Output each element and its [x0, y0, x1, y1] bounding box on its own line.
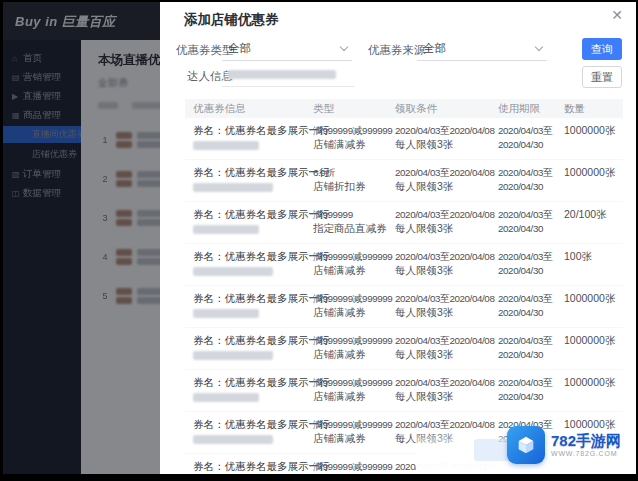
use-period-cell: 2020/04/03至 2020/04/30 [490, 124, 556, 153]
close-icon[interactable]: ✕ [611, 7, 623, 23]
coupon-kind: 店铺满减券 [313, 138, 387, 152]
period-start: 2020/04/03至 [498, 166, 556, 180]
claim-date-range: 2020/04/03至2020/04/08 [395, 166, 490, 180]
chevron-down-icon [341, 44, 348, 51]
redacted-coupon-id [193, 351, 273, 360]
claim-condition-cell: 2020/04/03至2020/04/08 每人限领3张 [387, 208, 490, 237]
claim-date-range: 2020/04/03至2020/04/08 [395, 250, 490, 264]
coupon-name: 券名：优惠券名最多展示一行 [193, 376, 305, 390]
coupon-discount: 满999999 [313, 208, 387, 222]
coupon-source-select[interactable]: 全部 [417, 37, 547, 61]
quantity-cell: 100张 [556, 250, 623, 279]
coupon-info-cell: 券名：优惠券名最多展示一行 [185, 124, 305, 153]
column-header: 领取条件 [387, 102, 490, 116]
coupon-row[interactable]: 券名：优惠券名最多展示一行 满999999减999999 店铺满减券 2020/… [185, 328, 623, 370]
coupon-name: 券名：优惠券名最多展示一行 [193, 460, 305, 474]
coupon-kind: 店铺满减券 [313, 264, 387, 278]
period-start: 2020/04/03至 [498, 124, 556, 138]
coupon-info-cell: 券名：优惠券名最多展示一行 [185, 334, 305, 363]
redacted-coupon-id [193, 183, 273, 192]
coupon-row[interactable]: 券名：优惠券名最多展示一行 满999999减999999 店铺满减券 2020/… [185, 244, 623, 286]
coupon-row[interactable]: 券名：优惠券名最多展示一行 满999999减999999 店铺满减券 2020/… [185, 118, 623, 160]
add-coupon-drawer: 添加店铺优惠券 ✕ 优惠券类型 全部 优惠券来源 全部 查询 达人信息 重置 优… [160, 2, 636, 474]
coupon-kind: 店铺满减券 [313, 432, 387, 446]
claim-date-range: 2020/04/03至2020/04/08 [395, 334, 490, 348]
coupon-type-cell: 满999999减999999 店铺满减券 [305, 418, 387, 447]
claim-limit: 每人限领3张 [395, 348, 490, 362]
coupon-discount: 满999999减999999 [313, 250, 387, 264]
watermark: 782手游网 WWW.782G.COM [507, 426, 621, 464]
redacted-coupon-id [193, 309, 259, 318]
claim-date-range: 2020/04/03至2020/04/08 [395, 124, 490, 138]
chevron-down-icon [536, 44, 543, 51]
coupon-row[interactable]: 券名：优惠券名最多展示一行 满999999减999999 店铺满减券 2020/… [185, 370, 623, 412]
coupon-name: 券名：优惠券名最多展示一行 [193, 418, 305, 432]
quantity-cell: 1000000张 [556, 334, 623, 363]
watermark-text: 782手游网 WWW.782G.COM [551, 433, 621, 457]
redacted-coupon-id [193, 141, 259, 150]
use-period-cell: 2020/04/03至 2020/04/30 [490, 250, 556, 279]
coupon-kind: 店铺满减券 [313, 474, 387, 475]
period-start: 2020/04/03至 [498, 250, 556, 264]
talent-info-input[interactable] [222, 63, 354, 87]
coupon-info-cell: 券名：优惠券名最多展示一行 [185, 166, 305, 195]
coupon-info-cell: 券名：优惠券名最多展示一行 [185, 292, 305, 321]
claim-limit: 每人限领3张 [395, 306, 490, 320]
period-end: 2020/04/30 [498, 180, 556, 194]
coupon-type-cell: 满999999减999999 店铺满减券 [305, 250, 387, 279]
redacted-coupon-id [193, 435, 273, 444]
coupon-name: 券名：优惠券名最多展示一行 [193, 250, 305, 264]
claim-condition-cell: 2020/04/03至2020/04/08 每人限领3张 [387, 166, 490, 195]
coupon-type-cell: 满999999减999999 店铺满减券 [305, 460, 387, 474]
coupon-kind: 店铺满减券 [313, 348, 387, 362]
claim-condition-cell: 2020/04/03至2020/04/08 每人限领3张 [387, 124, 490, 153]
redacted-coupon-id [193, 393, 259, 402]
claim-condition-cell: 2020/04/03至2020/04/08 每人限领3张 [387, 292, 490, 321]
coupon-info-cell: 券名：优惠券名最多展示一行 [185, 208, 305, 237]
coupon-name: 券名：优惠券名最多展示一行 [193, 166, 305, 180]
coupon-info-cell: 券名：优惠券名最多展示一行 [185, 250, 305, 279]
coupon-discount: 满999999减999999 [313, 292, 387, 306]
coupon-row[interactable]: 券名：优惠券名最多展示一行 满999999 指定商品直减券 2020/04/03… [185, 202, 623, 244]
coupon-info-cell: 券名：优惠券名最多展示一行 [185, 376, 305, 405]
coupon-type-cell: 满999999减999999 店铺满减券 [305, 376, 387, 405]
coupon-type-cell: 满999999减999999 店铺满减券 [305, 334, 387, 363]
claim-condition-cell: 2020/04/03至2020/04/08 每人限领3张 [387, 334, 490, 363]
coupon-type-select[interactable]: 全部 [222, 37, 352, 61]
reset-button[interactable]: 重置 [582, 66, 622, 88]
coupon-info-cell: 券名：优惠券名最多展示一行 [185, 460, 305, 474]
column-header: 数量 [556, 102, 623, 116]
coupon-name: 券名：优惠券名最多展示一行 [193, 208, 305, 222]
coupon-type-cell: 满999999减999999 店铺满减券 [305, 292, 387, 321]
quantity-cell: 1000000张 [556, 124, 623, 153]
claim-limit: 每人限领3张 [395, 264, 490, 278]
column-header: 类型 [305, 102, 387, 116]
query-button[interactable]: 查询 [582, 38, 622, 60]
claim-limit: 每人限领3张 [395, 390, 490, 404]
quantity-cell: 1000000张 [556, 292, 623, 321]
coupon-discount: 满999999减999999 [313, 418, 387, 432]
coupon-row[interactable]: 券名：优惠券名最多展示一行 满999999减999999 店铺满减券 2020/… [185, 286, 623, 328]
drawer-title: 添加店铺优惠券 [184, 11, 279, 29]
claim-date-range: 2020/04/03至2020/04/08 [395, 292, 490, 306]
coupon-discount: 满999999减999999 [313, 460, 387, 474]
coupon-type-cell: 满999999减999999 店铺满减券 [305, 124, 387, 153]
coupon-table-header: 优惠券信息类型领取条件使用期限数量 [185, 99, 623, 118]
coupon-type-cell: 6.9折 店铺折扣券 [305, 166, 387, 195]
use-period-cell: 2020/04/03至 2020/04/30 [490, 376, 556, 405]
coupon-discount: 满999999减999999 [313, 334, 387, 348]
modal-backdrop[interactable] [3, 2, 160, 474]
coupon-kind: 指定商品直减券 [313, 222, 387, 236]
period-end: 2020/04/30 [498, 390, 556, 404]
coupon-row[interactable]: 券名：优惠券名最多展示一行 6.9折 店铺折扣券 2020/04/03至2020… [185, 160, 623, 202]
claim-date-range: 2020/04/03至2020/04/08 [395, 208, 490, 222]
claim-condition-cell: 2020/04/03至2020/04/08 每人限领3张 [387, 250, 490, 279]
app-window: Buy in 巨量百应 ⌂首页 ▤营销管理 ▶直播管理 ▦商品管理 直播间优惠券… [3, 2, 636, 474]
coupon-name: 券名：优惠券名最多展示一行 [193, 124, 305, 138]
watermark-site-name: 782手游网 [551, 433, 621, 449]
coupon-table-body: 券名：优惠券名最多展示一行 满999999减999999 店铺满减券 2020/… [185, 118, 623, 474]
period-start: 2020/04/03至 [498, 292, 556, 306]
coupon-source-value: 全部 [423, 41, 446, 56]
use-period-cell: 2020/04/03至 2020/04/30 [490, 334, 556, 363]
coupon-discount: 满999999减999999 [313, 376, 387, 390]
